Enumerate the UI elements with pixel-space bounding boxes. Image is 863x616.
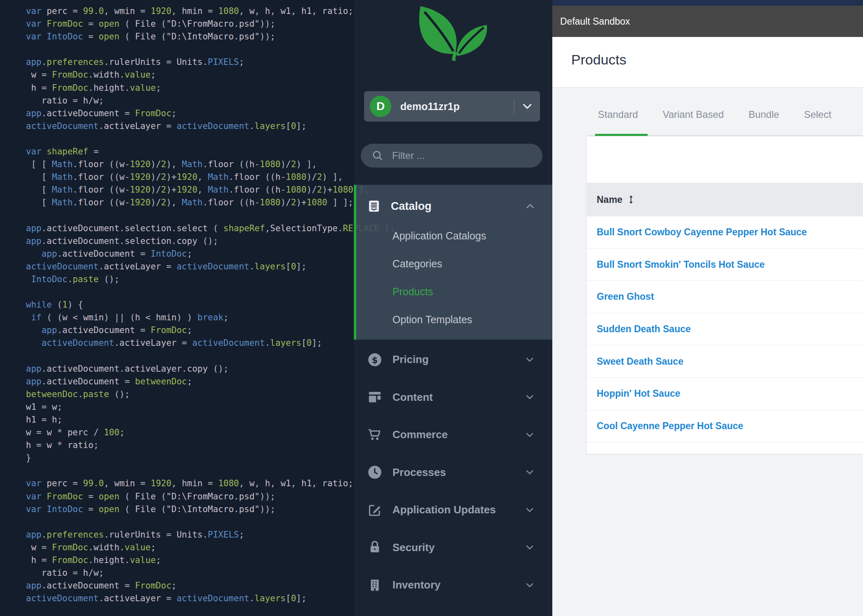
tenant-avatar-initial: D bbox=[376, 100, 385, 113]
admin-panel: Default Sandbox Products StandardVariant… bbox=[552, 0, 863, 616]
page-title: Products bbox=[552, 37, 863, 68]
code-line: } bbox=[26, 452, 395, 464]
product-link[interactable]: Sudden Death Sauce bbox=[597, 324, 691, 335]
code-line: h = FromDoc.height.value; bbox=[26, 554, 395, 567]
code-line: app.activeDocument.selection.select ( sh… bbox=[26, 222, 395, 235]
code-line: betweenDoc.paste (); bbox=[26, 388, 395, 401]
code-line: var IntoDoc = open ( File ("D:\IntoMacro… bbox=[26, 30, 395, 43]
product-type-tabs: StandardVariant BasedBundleSelect bbox=[598, 109, 831, 120]
sidebar-menu-item[interactable]: Commerce bbox=[354, 416, 553, 454]
code-line bbox=[26, 209, 395, 222]
product-link[interactable]: Cool Cayenne Pepper Hot Sauce bbox=[597, 421, 743, 432]
processes-clock-icon bbox=[367, 464, 383, 480]
code-line: app.preferences.rulerUnits = Units.PIXEL… bbox=[26, 529, 395, 541]
commerce-cart-icon bbox=[367, 427, 383, 443]
product-type-tab[interactable]: Bundle bbox=[748, 109, 779, 120]
chevron-up-icon bbox=[524, 200, 536, 212]
code-line: [ Math.floor ((w-1920)/2)+1920, Math.flo… bbox=[26, 184, 395, 196]
code-line: h = FromDoc.height.value; bbox=[26, 82, 395, 94]
catalog-label: Catalog bbox=[391, 200, 524, 213]
sandbox-bar: Default Sandbox bbox=[552, 6, 863, 37]
code-lines: var perc = 99.0, wmin = 1920, hmin = 108… bbox=[26, 5, 395, 605]
table-row[interactable]: Bull Snort Cowboy Cayenne Pepper Hot Sau… bbox=[587, 216, 863, 249]
code-line: var perc = 99.0, wmin = 1920, hmin = 108… bbox=[26, 477, 395, 490]
code-line: w = FromDoc.width.value; bbox=[26, 541, 395, 554]
table-row[interactable]: Bull Snort Smokin' Toncils Hot Sauce bbox=[587, 249, 863, 281]
sidebar-menu-item[interactable]: Application Updates bbox=[354, 491, 553, 529]
sidebar-menu-item[interactable]: Processes bbox=[354, 454, 553, 492]
catalog-menu-panel: Catalog Application CatalogsCategoriesPr… bbox=[354, 185, 553, 340]
sidebar-menu-item[interactable]: Inventory bbox=[354, 566, 553, 604]
chevron-down-icon bbox=[524, 354, 535, 365]
chevron-down-icon bbox=[524, 467, 535, 478]
menu-item-label: Commerce bbox=[392, 428, 524, 441]
product-type-tab[interactable]: Variant Based bbox=[662, 109, 724, 120]
catalog-submenu-item[interactable]: Option Templates bbox=[356, 306, 553, 333]
code-line: var FromDoc = open ( File ("D:\FromMacro… bbox=[26, 490, 395, 503]
product-link[interactable]: Green Ghost bbox=[597, 291, 654, 302]
product-link[interactable]: Sweet Death Sauce bbox=[597, 356, 683, 367]
catalog-submenu-item[interactable]: Categories bbox=[356, 250, 553, 278]
chevron-down-icon bbox=[524, 542, 535, 553]
chevron-down-icon bbox=[524, 504, 535, 516]
filter-input[interactable] bbox=[391, 149, 528, 162]
sidebar-menu: $ Pricing Content Commerce Proces bbox=[354, 341, 553, 604]
name-column-header: Name bbox=[597, 194, 623, 205]
tenant-divider bbox=[514, 99, 515, 114]
product-type-tab[interactable]: Standard bbox=[598, 109, 638, 120]
table-header-name[interactable]: Name bbox=[587, 183, 863, 216]
sidebar-filter[interactable] bbox=[361, 144, 542, 168]
application-updates-pencil-icon bbox=[367, 502, 383, 518]
product-link[interactable]: Bull Snort Smokin' Toncils Hot Sauce bbox=[597, 259, 765, 270]
code-line: app.activeDocument = FromDoc; bbox=[26, 324, 395, 337]
code-line: ratio = h/w; bbox=[26, 94, 395, 107]
chevron-down-icon bbox=[524, 579, 535, 591]
content-layout-icon bbox=[367, 389, 383, 405]
catalog-submenu-item[interactable]: Products bbox=[356, 278, 553, 306]
code-line: activeDocument.activeLayer = activeDocum… bbox=[26, 337, 395, 349]
code-line: app.activeDocument = IntoDoc; bbox=[26, 248, 395, 260]
code-line: w = w * perc / 100; bbox=[26, 426, 395, 439]
code-line: var shapeRef = bbox=[26, 145, 395, 158]
code-line: app.activeDocument = FromDoc; bbox=[26, 107, 395, 120]
code-line: w1 = w; bbox=[26, 401, 395, 414]
table-row[interactable]: Sudden Death Sauce bbox=[587, 313, 863, 346]
chevron-down-icon[interactable] bbox=[520, 99, 534, 113]
code-line: app.activeDocument = FromDoc; bbox=[26, 579, 395, 592]
top-navy-strip bbox=[552, 0, 863, 6]
tenant-name: demo11zr1p bbox=[400, 101, 514, 113]
code-line: [ Math.floor ((w-1920)/2), Math.floor ((… bbox=[26, 196, 395, 209]
code-line: w = FromDoc.width.value; bbox=[26, 69, 395, 81]
catalog-submenu: Application CatalogsCategoriesProductsOp… bbox=[356, 222, 553, 333]
sidebar-menu-item[interactable]: $ Pricing bbox=[354, 341, 553, 379]
table-row[interactable]: Green Ghost bbox=[587, 281, 863, 313]
products-content: StandardVariant BasedBundleSelect Name B… bbox=[552, 87, 863, 616]
code-line: var perc = 99.0, wmin = 1920, hmin = 108… bbox=[26, 5, 395, 18]
sidebar-item-catalog[interactable]: Catalog bbox=[356, 191, 553, 222]
sidebar-menu-item[interactable]: Content bbox=[354, 379, 553, 416]
table-row[interactable]: Hoppin' Hot Sauce bbox=[587, 378, 863, 410]
product-type-tab[interactable]: Select bbox=[804, 109, 831, 120]
menu-item-label: Processes bbox=[392, 466, 524, 479]
code-line: app.preferences.rulerUnits = Units.PIXEL… bbox=[26, 56, 395, 69]
tenant-selector-button[interactable]: D demo11zr1p bbox=[364, 91, 540, 122]
chevron-down-icon bbox=[524, 391, 535, 403]
sandbox-bar-label: Default Sandbox bbox=[560, 16, 630, 27]
catalog-submenu-item[interactable]: Application Catalogs bbox=[356, 222, 553, 250]
product-link[interactable]: Bull Snort Cowboy Cayenne Pepper Hot Sau… bbox=[597, 227, 807, 238]
sidebar-menu-item[interactable]: Security bbox=[354, 529, 553, 567]
product-link[interactable]: Hoppin' Hot Sauce bbox=[597, 388, 681, 399]
inventory-building-icon bbox=[367, 577, 383, 593]
chevron-down-icon bbox=[524, 429, 535, 441]
code-line: var FromDoc = open ( File ("D:\FromMacro… bbox=[26, 18, 395, 30]
code-line bbox=[26, 350, 395, 363]
code-line: h = w * ratio; bbox=[26, 439, 395, 452]
active-tab-underline bbox=[595, 134, 648, 136]
code-line bbox=[26, 43, 395, 56]
code-line: while (1) { bbox=[26, 299, 395, 311]
code-line bbox=[26, 133, 395, 145]
code-line: activeDocument.activeLayer = activeDocum… bbox=[26, 120, 395, 133]
table-row[interactable]: Cool Cayenne Pepper Hot Sauce bbox=[587, 410, 863, 443]
table-row[interactable]: Sweet Death Sauce bbox=[587, 345, 863, 378]
code-line bbox=[26, 286, 395, 299]
